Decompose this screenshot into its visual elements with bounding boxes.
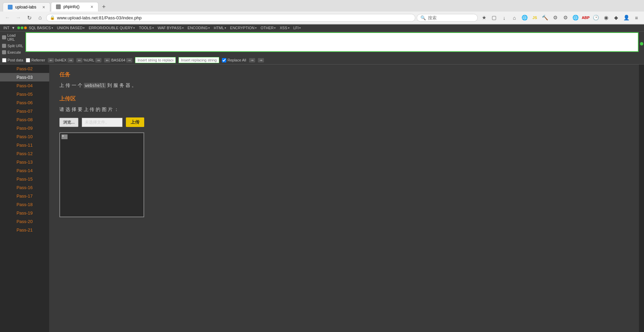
ext3-icon[interactable]: ⚙: [561, 13, 570, 22]
tab-phpinfo[interactable]: phpinfo() ×: [51, 2, 98, 12]
sidebar-item-pass02[interactable]: Pass-02: [0, 64, 49, 73]
right-green-dot: [640, 42, 643, 45]
sidebar-item-pass11[interactable]: Pass-11: [0, 141, 49, 149]
replace-left-arrow[interactable]: ⇒: [249, 58, 255, 62]
url-input[interactable]: [57, 15, 412, 20]
reload-button[interactable]: ↻: [24, 13, 34, 22]
sidebar-item-pass18[interactable]: Pass-18: [0, 200, 49, 209]
sidebar-item-pass12[interactable]: Pass-12: [0, 149, 49, 158]
search-input[interactable]: [428, 15, 474, 20]
home2-icon[interactable]: ⌂: [510, 13, 519, 22]
new-tab-button[interactable]: +: [99, 2, 109, 12]
forward-button[interactable]: →: [14, 13, 23, 22]
url-left-arrow[interactable]: ⇐: [76, 58, 82, 62]
upload-labs-favicon: [8, 5, 13, 10]
broken-image-icon: [61, 134, 68, 139]
upload-desc: 请 选 择 要 上 传 的 图 片 ：: [59, 107, 629, 113]
sidebar-item-pass13[interactable]: Pass-13: [0, 158, 49, 166]
execute-button[interactable]: Execute: [0, 49, 25, 55]
file-name-display: 未选择文件。: [82, 118, 122, 127]
adblock-icon[interactable]: ABP: [581, 13, 590, 22]
sidebar-item-pass08[interactable]: Pass-08: [0, 115, 49, 124]
load-url-icon: [2, 35, 6, 39]
tab-upload-labs-close[interactable]: ×: [42, 5, 45, 10]
sidebar-item-pass17[interactable]: Pass-17: [0, 192, 49, 200]
tools-menu[interactable]: TOOLS▾: [137, 25, 155, 31]
address-bar: ← → ↻ ⌂ 🔒 🔍 ★ ▢ ↓ ⌂ 🌐 JS 🔨 ⚙ ⚙ 🌐 ABP 🕑 ◉…: [0, 12, 644, 24]
oxhex-left-arrow[interactable]: ⇐: [48, 58, 54, 62]
right-indicator: [639, 32, 644, 56]
globe-icon[interactable]: 🌐: [520, 13, 529, 22]
waf-bypass-menu[interactable]: WAF BYPASS▾: [156, 25, 186, 31]
tab-upload-labs[interactable]: upload-labs ×: [3, 2, 50, 12]
url-right-arrow[interactable]: ⇒: [95, 58, 101, 62]
post-data-checkbox[interactable]: [2, 58, 6, 62]
ext8-icon[interactable]: 👤: [622, 13, 631, 22]
sidebar-item-pass05[interactable]: Pass-05: [0, 90, 49, 98]
ext5-icon[interactable]: 🕑: [591, 13, 601, 22]
sidebar-item-pass03[interactable]: Pass-03: [0, 73, 49, 81]
sidebar-item-pass14[interactable]: Pass-14: [0, 166, 49, 175]
replace-all-option[interactable]: Replace All: [222, 58, 246, 62]
home-button[interactable]: ⌂: [35, 13, 45, 22]
bookmark-star-icon[interactable]: ★: [479, 13, 489, 22]
base64-right-arrow[interactable]: ⇒: [126, 58, 132, 62]
ext6-icon[interactable]: ◉: [601, 13, 611, 22]
upload-submit-button[interactable]: 上传: [126, 117, 144, 127]
sidebar: Pass-02 Pass-03 Pass-04 Pass-05 Pass-06 …: [0, 64, 49, 332]
ext7-icon[interactable]: ◆: [611, 13, 621, 22]
union-based-menu[interactable]: UNION BASED▾: [55, 25, 87, 31]
lfi-menu[interactable]: LFI▾: [291, 25, 303, 31]
sql-basics-menu[interactable]: SQL BASICS▾: [27, 25, 55, 31]
js-icon[interactable]: JS: [530, 13, 539, 22]
sidebar-item-pass06[interactable]: Pass-06: [0, 98, 49, 107]
browse-button[interactable]: 浏览...: [59, 118, 78, 127]
sidebar-item-pass07[interactable]: Pass-07: [0, 107, 49, 115]
reading-mode-icon[interactable]: ▢: [489, 13, 499, 22]
encoding-menu[interactable]: ENCODING▾: [186, 25, 212, 31]
error-double-query-menu[interactable]: ERROR/DOUBLE QUERY▾: [87, 25, 137, 31]
options-bar: Post data Referrer ⇐ 0xHEX ⇒ ⇐ %URL ⇒ ⇐ …: [0, 56, 644, 64]
replacing-string-input[interactable]: [178, 57, 219, 63]
sidebar-item-pass09[interactable]: Pass-09: [0, 124, 49, 132]
split-url-button[interactable]: Split URL: [0, 43, 25, 49]
sidebar-item-pass04[interactable]: Pass-04: [0, 81, 49, 90]
pentest-url-input[interactable]: [25, 32, 639, 52]
lock-icon: 🔒: [50, 15, 55, 20]
replace-string-input[interactable]: [135, 57, 176, 63]
menu-icon[interactable]: ≡: [632, 13, 641, 22]
replace-all-checkbox[interactable]: [222, 58, 226, 62]
green-dot-2: [21, 26, 23, 29]
sidebar-item-pass21[interactable]: Pass-21: [0, 226, 49, 234]
html-menu[interactable]: HTML▾: [212, 25, 228, 31]
sidebar-item-pass10[interactable]: Pass-10: [0, 132, 49, 141]
ext4-icon[interactable]: 🌐: [571, 13, 580, 22]
ext1-icon[interactable]: 🔨: [540, 13, 550, 22]
upload-title: 上传区: [59, 95, 629, 103]
tab-phpinfo-close[interactable]: ×: [91, 4, 93, 9]
download-icon[interactable]: ↓: [499, 13, 509, 22]
pentest-ext-toolbar: INT ▼ SQL BASICS▾ UNION BASED▾ ERROR/DOU…: [0, 24, 644, 32]
phpinfo-favicon: [56, 4, 61, 9]
oxhex-right-arrow[interactable]: ⇒: [68, 58, 74, 62]
content-area: 任务 上 传 一 个 webshell 到 服 务 器 。 上传区 请 选 择 …: [49, 64, 639, 332]
post-data-option[interactable]: Post data: [2, 58, 23, 62]
browser-chrome: upload-labs × phpinfo() × + ← → ↻ ⌂ 🔒 🔍 …: [0, 0, 644, 24]
replace-right-arrow[interactable]: ⇒: [258, 58, 264, 62]
ext2-icon[interactable]: ⚙: [550, 13, 560, 22]
load-url-button[interactable]: Load URL: [0, 32, 25, 42]
sidebar-item-pass16[interactable]: Pass-16: [0, 183, 49, 192]
url-encode-option: ⇐ %URL ⇒: [76, 58, 101, 62]
referrer-checkbox[interactable]: [26, 58, 30, 62]
referrer-option[interactable]: Referrer: [26, 58, 45, 62]
sidebar-item-pass20[interactable]: Pass-20: [0, 217, 49, 226]
main-layout: Pass-02 Pass-03 Pass-04 Pass-05 Pass-06 …: [0, 64, 644, 332]
other-menu[interactable]: OTHER▾: [259, 25, 278, 31]
sidebar-item-pass19[interactable]: Pass-19: [0, 209, 49, 217]
encryption-menu[interactable]: ENCRYPTION▾: [228, 25, 259, 31]
back-button[interactable]: ←: [3, 13, 12, 22]
xss-menu[interactable]: XSS▾: [278, 25, 291, 31]
sidebar-item-pass15[interactable]: Pass-15: [0, 175, 49, 183]
base64-left-arrow[interactable]: ⇐: [104, 58, 110, 62]
right-panel: [639, 64, 644, 332]
